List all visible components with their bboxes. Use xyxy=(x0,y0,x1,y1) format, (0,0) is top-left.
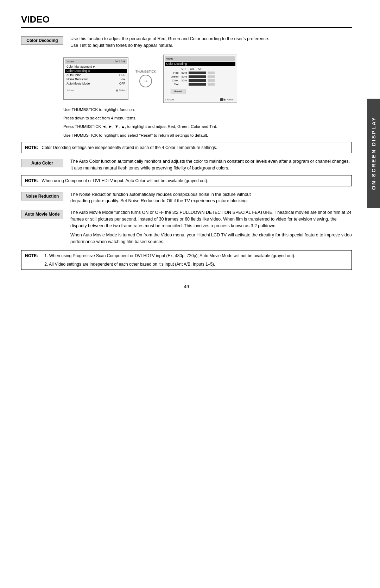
reset-btn[interactable]: Reset xyxy=(168,87,233,95)
page-title: VIDEO xyxy=(21,14,352,28)
auto-movie-para1: The Auto Movie Mode function turns ON or… xyxy=(70,209,352,229)
menu-item-auto-color: Auto ColorOFF xyxy=(65,73,127,77)
auto-movie-desc: The Auto Movie Mode function turns ON or… xyxy=(70,209,352,245)
note-auto-color-text: When using Component or DVI-HDTV input, … xyxy=(42,178,208,184)
menu-item-auto-movie: Auto Movie ModeOFF xyxy=(65,81,127,86)
footer-move: ↕ Move xyxy=(165,98,174,101)
noise-reduction-desc-line1: The Noise Reduction function automatical… xyxy=(70,192,251,197)
note-auto-color-label: NOTE: xyxy=(25,178,38,184)
menu-item-color-decoding: Color Decoding ► xyxy=(65,69,127,73)
arrow-icon: → xyxy=(139,75,152,87)
noise-reduction-label: Noise Reduction xyxy=(21,192,63,200)
note-bottom-content: 1. When using Progressive Scan Component… xyxy=(44,253,295,267)
note-color-decoding-label: NOTE: xyxy=(25,144,38,151)
auto-color-label-col: Auto Color xyxy=(21,158,70,167)
auto-color-desc: The Auto Color function automatically mo… xyxy=(70,158,352,172)
noise-reduction-desc: The Noise Reduction function automatical… xyxy=(70,191,352,205)
bar-row-green: Green 50% xyxy=(165,75,235,79)
screen-left-footer: ↕ Move◉ Select xyxy=(65,88,127,92)
note-bottom: NOTE: 1. When using Progressive Scan Com… xyxy=(21,250,352,270)
auto-movie-para2: When Auto Movie Mode is turned On from t… xyxy=(70,232,352,245)
color-decoding-section: Color Decoding Use this function to adju… xyxy=(21,36,352,49)
auto-color-label: Auto Color xyxy=(21,159,63,167)
auto-movie-section: Auto Movie Mode The Auto Movie Mode func… xyxy=(21,209,352,245)
screen-right: Video Color Decoding CR CR CR Red 50% Gr… xyxy=(163,55,237,103)
screen-right-title: Video xyxy=(166,57,173,60)
instruction-4: Use THUMBSTICK to highlight and select "… xyxy=(63,132,352,138)
auto-movie-label: Auto Movie Mode xyxy=(21,210,63,218)
note-bottom-note1: 1. When using Progressive Scan Component… xyxy=(44,253,295,259)
instruction-2: Press down to select from 4 menu items. xyxy=(63,115,352,121)
note-bottom-header: NOTE: 1. When using Progressive Scan Com… xyxy=(25,253,295,267)
note-color-decoding: NOTE: Color Decoding settings are indepe… xyxy=(21,142,352,153)
color-decoding-desc: Use this function to adjust the percenta… xyxy=(70,36,352,49)
screen-mockups: Video ANT A/B Color Management ► Color D… xyxy=(63,55,352,103)
instruction-3: Press THUMBSTICK ◄, ►, ▼, ▲, to highligh… xyxy=(63,123,352,130)
screen-right-submenu-title: Color Decoding xyxy=(165,62,235,66)
screen-left-header: Video ANT A/B xyxy=(65,59,127,64)
noise-reduction-label-col: Noise Reduction xyxy=(21,191,70,200)
note-bottom-note2: 2. All Video settings are independent of… xyxy=(44,261,295,267)
bar-row-tint: Tint xyxy=(165,82,235,86)
note-auto-color: NOTE: When using Component or DVI-HDTV i… xyxy=(21,175,352,186)
screen-left: Video ANT A/B Color Management ► Color D… xyxy=(63,57,128,100)
screen-left-title: Video xyxy=(66,60,74,63)
auto-color-section: Auto Color The Auto Color function autom… xyxy=(21,158,352,172)
footer-return: ⬛◉ Return xyxy=(220,98,235,101)
instructions-block: Use THUMBSTICK to highlight function. Pr… xyxy=(63,106,352,139)
note-bottom-label: NOTE: xyxy=(25,253,38,259)
color-decoding-desc-line2: Use Tint to adjust flesh tones so they a… xyxy=(70,43,173,48)
bar-row-red: Red 50% xyxy=(165,71,235,75)
color-decoding-desc-line1: Use this function to adjust the percenta… xyxy=(70,36,269,41)
menu-item-color-management: Color Management ► xyxy=(65,64,127,69)
note-color-decoding-text: Color Decoding settings are independentl… xyxy=(42,144,217,151)
screen-right-footer: ↕ Move ⬛◉ Return xyxy=(165,97,235,101)
instruction-1: Use THUMBSTICK to highlight function. xyxy=(63,106,352,113)
noise-reduction-section: Noise Reduction The Noise Reduction func… xyxy=(21,191,352,205)
on-screen-display-tab: ON-SCREEN DISPLAY xyxy=(367,99,380,208)
thumbstick-label: THUMBSTICK xyxy=(135,70,156,74)
page-number: 49 xyxy=(21,284,352,289)
menu-item-noise-reduction: Noise ReductionLow xyxy=(65,77,127,81)
noise-reduction-desc-line2: degrading picture quality. Set Noise Red… xyxy=(70,198,248,203)
bar-row-color: Color 50% xyxy=(165,79,235,82)
color-decoding-label-col: Color Decoding xyxy=(21,36,70,45)
auto-movie-label-col: Auto Movie Mode xyxy=(21,209,70,218)
bar-row-rgb-header: CR CR CR xyxy=(165,67,235,71)
arrow-section: THUMBSTICK → xyxy=(135,70,156,88)
color-decoding-label: Color Decoding xyxy=(21,36,63,45)
screen-left-input: ANT A/B xyxy=(114,60,125,63)
screen-right-header: Video xyxy=(165,56,235,61)
